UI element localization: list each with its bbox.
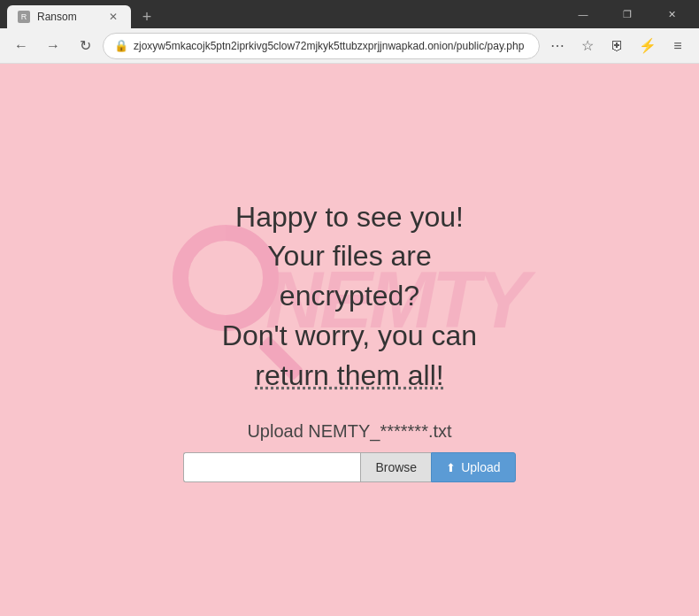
upload-button[interactable]: ⬆ Upload [431, 452, 515, 482]
headline-line2: Your files are [267, 240, 432, 272]
file-input[interactable] [183, 452, 360, 482]
refresh-button[interactable]: ↻ [71, 32, 99, 60]
page-content: NEMTY Happy to see you! Your files are e… [0, 64, 699, 616]
upload-icon: ⬆ [446, 461, 456, 474]
active-tab[interactable]: R Ransom ✕ [7, 5, 131, 28]
forward-button[interactable]: → [39, 32, 67, 60]
close-button[interactable]: ✕ [651, 0, 692, 28]
tab-area: R Ransom ✕ + [7, 0, 556, 28]
headline-line5: return them all! [255, 359, 443, 391]
upload-section: Upload NEMTY_*******.txt Browse ⬆ Upload [183, 421, 515, 482]
tab-favicon: R [18, 11, 30, 23]
shield-button[interactable]: ⛨ [603, 32, 632, 60]
more-button[interactable]: ⋯ [543, 32, 572, 60]
upload-button-label: Upload [461, 460, 500, 474]
window-controls: — ❐ ✕ [563, 0, 692, 28]
minimize-button[interactable]: — [563, 0, 603, 28]
tab-title: Ransom [37, 11, 99, 23]
new-tab-button[interactable]: + [134, 5, 159, 28]
main-content-area: Happy to see you! Your files are encrypt… [165, 162, 533, 519]
headline-text: Happy to see you! Your files are encrypt… [183, 197, 515, 396]
browse-button[interactable]: Browse [360, 452, 431, 482]
security-lock-icon: 🔒 [114, 39, 128, 52]
upload-controls: Browse ⬆ Upload [183, 452, 515, 482]
menu-button[interactable]: ≡ [664, 32, 692, 60]
navigation-bar: ← → ↻ 🔒 zjoxyw5mkacojk5ptn2iprkivg5clow7… [0, 28, 699, 64]
browser-window: R Ransom ✕ + — ❐ ✕ ← → ↻ 🔒 zjoxyw5mkacoj… [0, 0, 699, 616]
address-bar[interactable]: 🔒 zjoxyw5mkacojk5ptn2iprkivg5clow72mjkyk… [103, 33, 540, 59]
bolt-button[interactable]: ⚡ [634, 32, 662, 60]
back-button[interactable]: ← [7, 32, 35, 60]
title-bar: R Ransom ✕ + — ❐ ✕ [0, 0, 699, 28]
restore-button[interactable]: ❐ [607, 0, 648, 28]
headline-line4: Don't worry, you can [222, 320, 477, 351]
favorites-button[interactable]: ☆ [573, 32, 602, 60]
headline-line1: Happy to see you! [235, 201, 464, 233]
nav-right-buttons: ⋯ ☆ ⛨ ⚡ ≡ [543, 32, 692, 60]
upload-label: Upload NEMTY_*******.txt [183, 421, 515, 442]
tab-close-button[interactable]: ✕ [106, 10, 120, 24]
url-text: zjoxyw5mkacojk5ptn2iprkivg5clow72mjkyk5t… [134, 40, 528, 52]
headline-line3: encrypted? [280, 280, 419, 312]
